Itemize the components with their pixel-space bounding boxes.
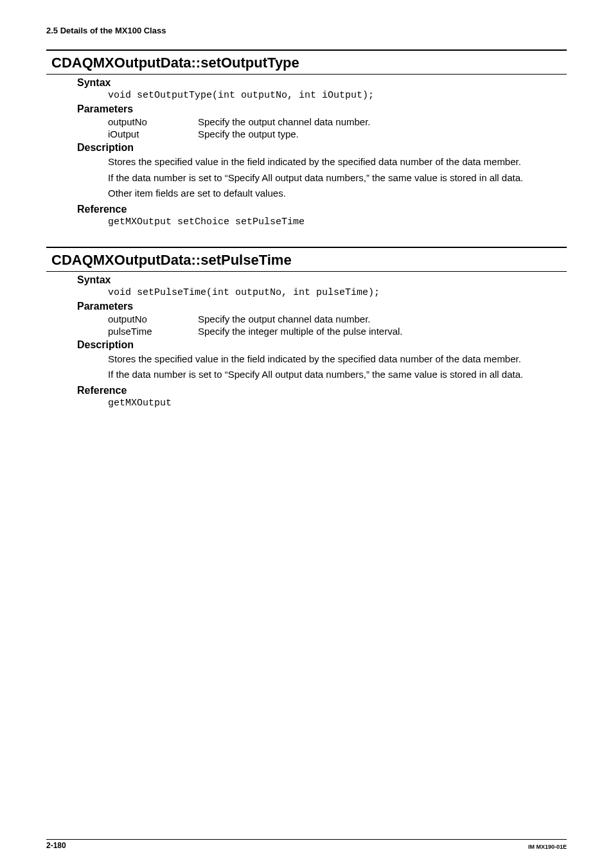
param-row: iOutput Specify the output type. <box>108 128 567 139</box>
syntax-heading: Syntax <box>77 274 567 286</box>
parameters-heading: Parameters <box>77 301 567 312</box>
divider <box>46 49 567 51</box>
doc-id: IM MX190-01E <box>528 844 567 850</box>
param-desc: Specify the output channel data number. <box>198 314 567 324</box>
divider <box>46 247 567 248</box>
param-name: outputNo <box>108 314 198 324</box>
param-name: outputNo <box>108 116 198 127</box>
reference-heading: Reference <box>77 204 567 215</box>
entry-title: CDAQMXOutputData::setOutputType <box>51 53 567 71</box>
entry-title: CDAQMXOutputData::setPulseTime <box>51 251 567 269</box>
description-heading: Description <box>77 339 567 351</box>
parameters-heading: Parameters <box>77 103 567 115</box>
description-heading: Description <box>77 142 567 154</box>
param-desc: Specify the output type. <box>198 128 567 139</box>
divider <box>46 74 567 75</box>
reference-code: getMXOutput <box>108 398 567 409</box>
param-row: outputNo Specify the output channel data… <box>108 314 567 324</box>
page-footer: 2-180 IM MX190-01E <box>46 839 567 850</box>
param-row: outputNo Specify the output channel data… <box>108 116 567 127</box>
param-desc: Specify the integer multiple of the puls… <box>198 326 567 337</box>
description-text: Stores the specified value in the field … <box>108 352 567 367</box>
syntax-code: void setPulseTime(int outputNo, int puls… <box>108 287 567 298</box>
param-desc: Specify the output channel data number. <box>198 116 567 127</box>
reference-heading: Reference <box>77 385 567 396</box>
syntax-code: void setOutputType(int outputNo, int iOu… <box>108 90 567 101</box>
syntax-heading: Syntax <box>77 77 567 89</box>
reference-code: getMXOutput setChoice setPulseTime <box>108 217 567 227</box>
description-text: If the data number is set to “Specify Al… <box>108 368 567 382</box>
param-row: pulseTime Specify the integer multiple o… <box>108 326 567 337</box>
param-name: pulseTime <box>108 326 198 337</box>
divider <box>46 271 567 272</box>
param-name: iOutput <box>108 128 198 139</box>
description-text: Stores the specified value in the field … <box>108 155 567 170</box>
page-number: 2-180 <box>46 841 66 850</box>
description-text: Other item fields are set to default val… <box>108 186 567 201</box>
description-text: If the data number is set to “Specify Al… <box>108 171 567 186</box>
section-header: 2.5 Details of the MX100 Class <box>46 26 567 35</box>
